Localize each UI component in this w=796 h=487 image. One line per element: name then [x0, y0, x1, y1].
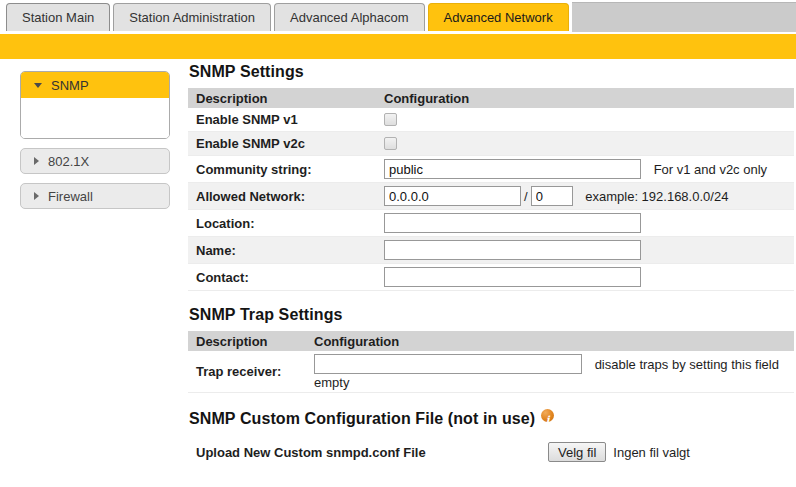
choose-file-button[interactable]: Velg fil — [548, 442, 606, 462]
table-row: Name: — [188, 237, 794, 264]
allowed-network-label: Allowed Network: — [188, 183, 376, 210]
name-label: Name: — [188, 237, 376, 264]
upload-file-label: Upload New Custom snmpd.conf File — [196, 445, 548, 460]
contact-label: Contact: — [188, 264, 376, 291]
trap-settings-table: Description Configuration Trap receiver:… — [188, 331, 794, 393]
file-status-text: Ingen fil valgt — [613, 445, 690, 460]
location-label: Location: — [188, 210, 376, 237]
column-header-description: Description — [188, 88, 376, 108]
chevron-down-icon — [34, 83, 42, 88]
tab-bar: Station Main Station Administration Adva… — [0, 0, 796, 31]
table-header-row: Description Configuration — [188, 331, 794, 351]
trap-receiver-input[interactable] — [314, 354, 582, 374]
sidebar-item-8021x-label: 802.1X — [48, 154, 89, 169]
table-header-row: Description Configuration — [188, 88, 794, 108]
snmp-settings-title: SNMP Settings — [189, 63, 794, 81]
contact-input[interactable] — [384, 267, 641, 287]
sidebar-item-firewall[interactable]: Firewall — [20, 183, 170, 209]
allowed-network-input[interactable] — [384, 186, 521, 206]
community-string-input[interactable] — [384, 159, 641, 179]
snmp-settings-table: Description Configuration Enable SNMP v1… — [188, 88, 794, 291]
main-content: SNMP Settings Description Configuration … — [188, 63, 794, 487]
sidebar-item-8021x[interactable]: 802.1X — [20, 148, 170, 174]
enable-snmp-v1-checkbox[interactable] — [384, 113, 397, 126]
location-input[interactable] — [384, 213, 641, 233]
table-row: Location: — [188, 210, 794, 237]
trap-settings-title: SNMP Trap Settings — [189, 306, 794, 324]
tab-advanced-network[interactable]: Advanced Network — [428, 3, 569, 31]
sidebar-item-snmp-label: SNMP — [51, 78, 89, 93]
enable-snmp-v2c-label: Enable SNMP v2c — [188, 132, 376, 156]
custom-config-title-text: SNMP Custom Configuration File (not in u… — [189, 410, 535, 427]
tab-advanced-alphacom[interactable]: Advanced Alphacom — [274, 3, 425, 31]
table-row: Enable SNMP v2c — [188, 132, 794, 156]
network-prefix-input[interactable] — [531, 186, 573, 206]
trap-receiver-label: Trap receiver: — [188, 351, 306, 393]
column-header-configuration: Configuration — [306, 331, 794, 351]
sidebar-snmp-panel — [21, 98, 169, 138]
enable-snmp-v2c-checkbox[interactable] — [384, 137, 397, 150]
table-row: Community string: For v1 and v2c only — [188, 156, 794, 183]
upload-row: Upload New Custom snmpd.conf File Velg f… — [196, 442, 794, 462]
tab-bar-filler — [572, 2, 796, 32]
accent-bar — [0, 34, 796, 59]
table-row: Trap receiver: disable traps by setting … — [188, 351, 794, 393]
chevron-right-icon — [34, 157, 39, 165]
network-prefix-separator: / — [521, 189, 531, 204]
table-row: Contact: — [188, 264, 794, 291]
community-string-note: For v1 and v2c only — [645, 162, 767, 177]
sidebar: SNMP 802.1X Firewall — [20, 71, 170, 218]
name-input[interactable] — [384, 240, 641, 260]
allowed-network-note: example: 192.168.0.0/24 — [576, 189, 728, 204]
sidebar-item-firewall-label: Firewall — [48, 189, 93, 204]
enable-snmp-v1-label: Enable SNMP v1 — [188, 108, 376, 132]
table-row: Enable SNMP v1 — [188, 108, 794, 132]
column-header-configuration: Configuration — [376, 88, 794, 108]
chevron-right-icon — [34, 192, 39, 200]
custom-config-title: SNMP Custom Configuration File (not in u… — [189, 409, 794, 428]
tab-station-main[interactable]: Station Main — [6, 3, 110, 31]
sidebar-group-snmp: SNMP — [20, 71, 170, 139]
table-row: Allowed Network: / example: 192.168.0.0/… — [188, 183, 794, 210]
tab-station-administration[interactable]: Station Administration — [113, 3, 271, 31]
info-icon[interactable] — [541, 409, 554, 422]
column-header-description: Description — [188, 331, 306, 351]
community-string-label: Community string: — [188, 156, 376, 183]
sidebar-item-snmp[interactable]: SNMP — [21, 72, 169, 98]
